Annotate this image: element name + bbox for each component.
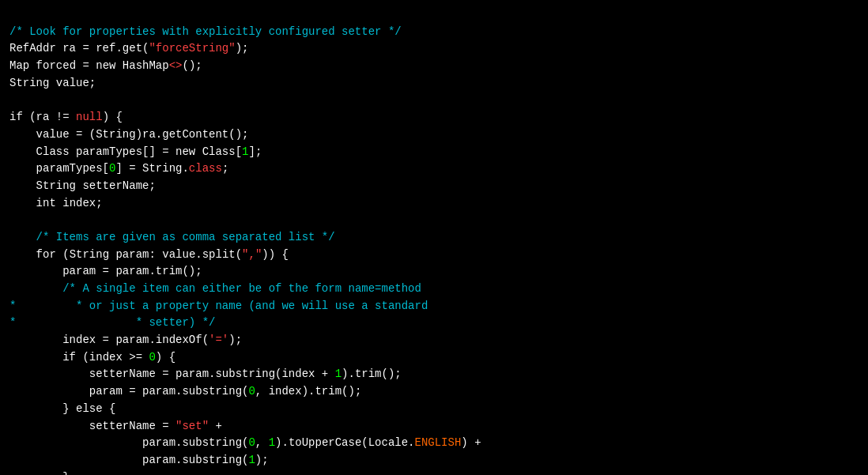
line-17: * * or just a property name (and we will… <box>9 300 428 312</box>
line-comment-1: /* Look for properties with explicitly c… <box>9 25 402 38</box>
line-8: Class paramTypes[] = new Class[1]; <box>9 145 262 158</box>
line-3: Map forced = new HashMap<>(); <box>9 59 202 72</box>
line-16: /* A single item can either be of the fo… <box>9 282 421 295</box>
line-20: if (index >= 0) { <box>9 351 175 364</box>
line-14: for (String param: value.split(",")) { <box>9 248 289 261</box>
line-24: setterName = "set" + <box>9 420 222 432</box>
line-13: /* Items are given as comma separated li… <box>9 231 335 243</box>
line-6: if (ra != null) { <box>9 111 123 123</box>
line-10: String setterName; <box>9 179 156 192</box>
line-7: value = (String)ra.getContent(); <box>9 128 248 141</box>
line-15: param = param.trim(); <box>9 265 202 277</box>
line-9: paramTypes[0] = String.class; <box>9 162 228 175</box>
line-22: param = param.substring(0, index).trim()… <box>9 385 361 398</box>
line-25: param.substring(0, 1).toUpperCase(Locale… <box>9 436 481 449</box>
line-26: param.substring(1); <box>9 454 269 466</box>
line-21: setterName = param.substring(index + 1).… <box>9 368 402 380</box>
line-18: * * setter) */ <box>9 316 215 329</box>
line-27: } <box>9 471 70 475</box>
line-2: RefAddr ra = ref.get("forceString"); <box>9 42 248 55</box>
line-19: index = param.indexOf('='); <box>9 334 242 346</box>
line-11: int index; <box>9 197 103 209</box>
line-23: } else { <box>9 402 115 415</box>
line-4: String value; <box>9 77 96 89</box>
code-editor: /* Look for properties with explicitly c… <box>9 6 859 475</box>
